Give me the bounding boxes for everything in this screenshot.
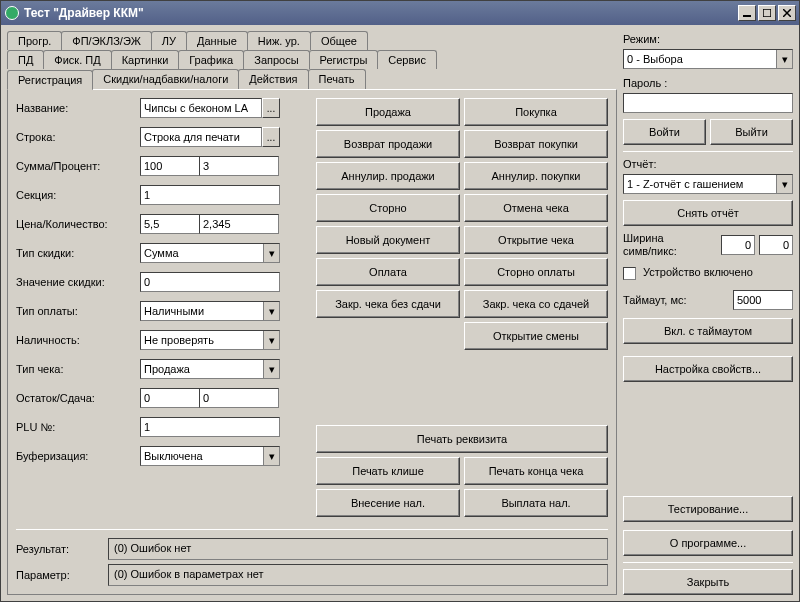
tab-queries[interactable]: Запросы [243,50,309,69]
purchase-return-button[interactable]: Возврат покупки [464,130,608,158]
tab-registration[interactable]: Регистрация [7,70,93,90]
tab-fp[interactable]: ФП/ЭКЛЗ/ЭЖ [61,31,152,50]
sale-button[interactable]: Продажа [316,98,460,126]
name-label: Название: [16,102,140,114]
properties-button[interactable]: Настройка свойств... [623,356,793,382]
section-input[interactable] [140,185,280,205]
param-value: (0) Ошибок в параметрах нет [108,564,608,586]
print-cliche-button[interactable]: Печать клише [316,457,460,485]
about-button[interactable]: О программе... [623,530,793,556]
line-input[interactable] [140,127,262,147]
close-check-change-button[interactable]: Закр. чека со сдачей [464,290,608,318]
tab-graph[interactable]: Графика [178,50,244,69]
width-label: Ширина симв/пикс: [623,232,717,258]
open-shift-button[interactable]: Открытие смены [464,322,608,350]
price-label: Цена/Количество: [16,218,140,230]
pay-type-select[interactable]: Наличными▾ [140,301,280,321]
discount-value-input[interactable] [140,272,280,292]
open-check-button[interactable]: Открытие чека [464,226,608,254]
discount-value-label: Значение скидки: [16,276,140,288]
line-browse-button[interactable]: ... [262,127,280,147]
section-label: Секция: [16,189,140,201]
plu-label: PLU №: [16,421,140,433]
tab-progr[interactable]: Прогр. [7,31,62,50]
print-check-end-button[interactable]: Печать конца чека [464,457,608,485]
sum-label: Сумма/Процент: [16,160,140,172]
storno-button[interactable]: Сторно [316,194,460,222]
name-browse-button[interactable]: ... [262,98,280,118]
timeout-input[interactable] [733,290,793,310]
change-input[interactable] [199,388,279,408]
rest-label: Остаток/Сдача: [16,392,140,404]
timeout-label: Таймаут, мс: [623,294,729,306]
tab-lowlevel[interactable]: Ниж. ур. [247,31,311,50]
close-check-nochange-button[interactable]: Закр. чека без сдачи [316,290,460,318]
report-label: Отчёт: [623,158,793,170]
maximize-button[interactable] [758,5,776,21]
tab-actions[interactable]: Действия [238,69,308,89]
discount-type-label: Тип скидки: [16,247,140,259]
chevron-down-icon: ▾ [263,447,279,465]
plu-input[interactable] [140,417,280,437]
purchase-cancel-button[interactable]: Аннулир. покупки [464,162,608,190]
device-on-checkbox[interactable] [623,267,636,280]
chevron-down-icon: ▾ [263,244,279,262]
cash-select[interactable]: Не проверять▾ [140,330,280,350]
rest-input[interactable] [140,388,200,408]
width-pix-input[interactable] [759,235,793,255]
tab-lu[interactable]: ЛУ [151,31,187,50]
password-label: Пароль : [623,77,793,89]
titlebar: Тест "Драйвер ККМ" [1,1,799,25]
new-doc-button[interactable]: Новый документ [316,226,460,254]
price-input[interactable] [140,214,200,234]
cancel-check-button[interactable]: Отмена чека [464,194,608,222]
close-button[interactable] [778,5,796,21]
device-on-label: Устройство включено [643,266,753,278]
sale-return-button[interactable]: Возврат продажи [316,130,460,158]
tab-row-1: Прогр. ФП/ЭКЛЗ/ЭЖ ЛУ Данные Ниж. ур. Общ… [7,31,617,50]
percent-input[interactable] [199,156,279,176]
check-type-select[interactable]: Продажа▾ [140,359,280,379]
testing-button[interactable]: Тестирование... [623,496,793,522]
close-app-button[interactable]: Закрыть [623,569,793,595]
tab-service[interactable]: Сервис [377,50,437,69]
buffering-label: Буферизация: [16,450,140,462]
mode-select[interactable]: 0 - Выбора▾ [623,49,793,69]
buffering-select[interactable]: Выключена▾ [140,446,280,466]
chevron-down-icon: ▾ [263,360,279,378]
tab-print[interactable]: Печать [308,69,366,89]
tab-registers[interactable]: Регистры [309,50,379,69]
on-with-timeout-button[interactable]: Вкл. с таймаутом [623,318,793,344]
print-requisite-button[interactable]: Печать реквизита [316,425,608,453]
cash-out-button[interactable]: Выплата нал. [464,489,608,517]
tab-pd[interactable]: ПД [7,50,44,69]
logout-button[interactable]: Выйти [710,119,793,145]
storno-payment-button[interactable]: Сторно оплаты [464,258,608,286]
tab-pics[interactable]: Картинки [111,50,180,69]
tab-common[interactable]: Общее [310,31,368,50]
sum-input[interactable] [140,156,200,176]
snap-report-button[interactable]: Снять отчёт [623,200,793,226]
result-label: Результат: [16,543,102,555]
cash-in-button[interactable]: Внесение нал. [316,489,460,517]
password-input[interactable] [623,93,793,113]
payment-button[interactable]: Оплата [316,258,460,286]
name-input[interactable] [140,98,262,118]
width-chars-input[interactable] [721,235,755,255]
result-value: (0) Ошибок нет [108,538,608,560]
login-button[interactable]: Войти [623,119,706,145]
sale-cancel-button[interactable]: Аннулир. продажи [316,162,460,190]
check-type-label: Тип чека: [16,363,140,375]
purchase-button[interactable]: Покупка [464,98,608,126]
tab-data[interactable]: Данные [186,31,248,50]
report-select[interactable]: 1 - Z-отчёт с гашением▾ [623,174,793,194]
window-title: Тест "Драйвер ККМ" [24,6,144,20]
tab-fisk-pd[interactable]: Фиск. ПД [43,50,111,69]
svg-rect-0 [743,15,751,17]
discount-type-select[interactable]: Сумма▾ [140,243,280,263]
chevron-down-icon: ▾ [776,175,792,193]
qty-input[interactable] [199,214,279,234]
tab-discounts[interactable]: Скидки/надбавки/налоги [92,69,239,89]
minimize-button[interactable] [738,5,756,21]
pay-type-label: Тип оплаты: [16,305,140,317]
